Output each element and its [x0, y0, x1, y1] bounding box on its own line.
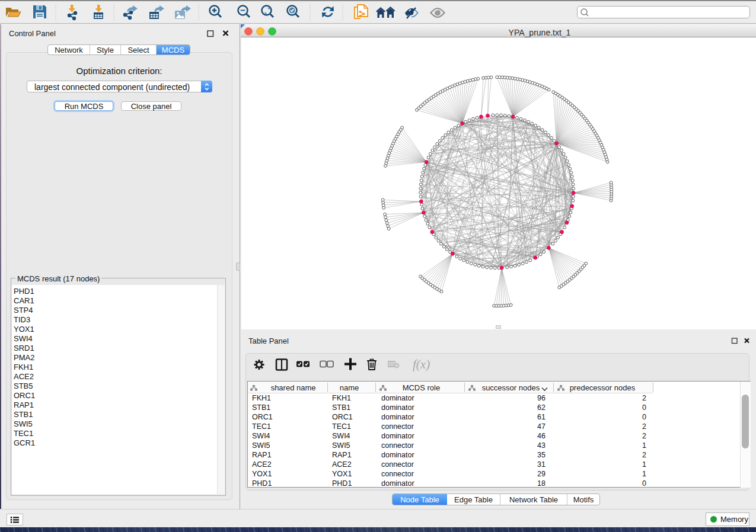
svg-text:f(x): f(x)	[413, 357, 430, 371]
